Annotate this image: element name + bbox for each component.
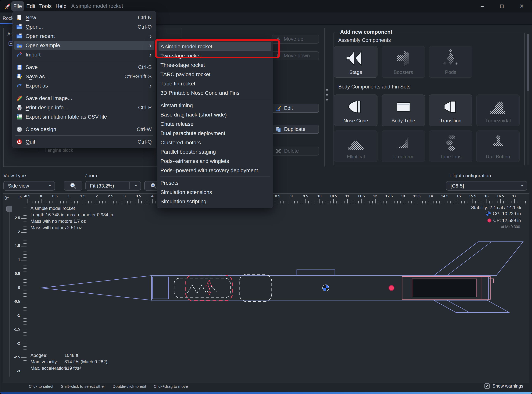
cg-icon [486, 211, 491, 216]
menu-item-close-design[interactable]: Close designCtrl-W [14, 125, 154, 134]
max-velocity-value: 314 ft/s (Mach 0.282) [64, 359, 107, 364]
hint-click: Click to select [29, 384, 53, 389]
submenu-item-tarc-payload[interactable]: TARC payload rocket [159, 70, 271, 79]
apogee-value: 1048 ft [64, 353, 78, 358]
csv-icon [16, 114, 23, 120]
nose-cone-icon [346, 97, 365, 116]
menu-separator [15, 135, 153, 136]
boosters-icon [394, 49, 413, 68]
submenu-item-dual-parachute[interactable]: Dual parachute deployment [159, 129, 271, 138]
show-warnings-label: Show warnings [492, 384, 523, 389]
print-icon [16, 104, 23, 111]
submenu-item-presets[interactable]: Presets [159, 178, 271, 187]
menu-item-open-example[interactable]: Open example› [14, 41, 154, 50]
menu-item-save-decal[interactable]: Save decal image... [14, 93, 154, 103]
launch-lug-outline [297, 270, 335, 276]
panel-scrollbar[interactable] [527, 34, 529, 165]
tube-fins-icon [441, 133, 460, 152]
submenu-item-pods-airframes[interactable]: Pods--airframes and winglets [159, 156, 271, 166]
file-menu-popup: NewCtrl-N Open...Ctrl-O Open recent› Ope… [12, 11, 156, 148]
tree-connector [11, 37, 11, 41]
submenu-item-tube-fin[interactable]: Tube fin rocket [159, 79, 271, 88]
nose-shoulder-outline [153, 277, 169, 299]
menu-item-print[interactable]: Print design info...Ctrl-P [14, 103, 154, 112]
view-type-select[interactable]: Side view▼ [3, 181, 55, 191]
flight-config-select[interactable]: [C6-5]▼ [446, 181, 527, 191]
menu-separator [15, 123, 153, 123]
tree-item-engine-block[interactable]: engine block [47, 148, 73, 153]
component-nose-cone-button[interactable]: Nose Cone [334, 94, 377, 126]
hint-drag: Click+drag to move [154, 384, 188, 389]
max-velocity-label: Max. velocity: [31, 359, 58, 364]
submenu-arrow-icon: › [149, 53, 152, 57]
component-stage-button[interactable]: Stage [334, 46, 377, 78]
design-title: A simple model rocket [31, 206, 75, 211]
menu-edit[interactable]: Edit [25, 1, 37, 11]
chevron-down-icon: ▼ [48, 184, 52, 188]
annotation-highlight-box [155, 39, 280, 58]
minimize-icon[interactable]: – [473, 0, 492, 12]
submenu-item-clustered-motors[interactable]: Clustered motors [159, 138, 271, 147]
panel-title: Add new component [338, 29, 394, 35]
stability-info: Stability: 2.4 cal / 14.1 % CG: 10.229 i… [445, 205, 521, 229]
wadding-outline [239, 274, 272, 301]
menu-file[interactable]: File [11, 1, 24, 11]
zoom-level-select[interactable]: Fit (33.2%)▼ [85, 181, 141, 191]
show-warnings-checkbox[interactable]: ✔ [485, 384, 490, 389]
show-warnings-control[interactable]: ✔ Show warnings [485, 384, 523, 389]
menu-item-open-recent[interactable]: Open recent› [14, 31, 154, 41]
submenu-item-three-stage[interactable]: Three-stage rocket [159, 60, 271, 70]
motor-outline [412, 279, 477, 297]
menu-item-export-csv[interactable]: Export simulation table as CSV file [14, 112, 154, 121]
status-hints: Click to select Shift+click to select ot… [29, 384, 188, 389]
pods-icon [441, 49, 460, 68]
menu-help[interactable]: Help [54, 1, 68, 11]
menu-item-save-as[interactable]: Save as...Ctrl+Shift-S [14, 72, 154, 81]
new-document-icon [16, 14, 23, 21]
menu-item-export-as[interactable]: Export as› [14, 81, 154, 90]
body-tube-icon [394, 97, 413, 116]
zoom-out-button[interactable] [64, 181, 82, 191]
component-body-tube-button[interactable]: Body Tube [382, 94, 425, 126]
component-pods-button: Pods [429, 46, 472, 78]
design-mass-motors: Mass with motors 2.51 oz [31, 225, 82, 230]
rocket-logo-icon [3, 2, 12, 10]
menu-item-new[interactable]: NewCtrl-N [14, 13, 154, 22]
submenu-item-pods-powered[interactable]: Pods--powered with recovery deployment [159, 166, 271, 175]
submenu-item-parallel-booster[interactable]: Parallel booster staging [159, 147, 271, 156]
menu-separator [15, 92, 153, 92]
menu-tools[interactable]: Tools [38, 1, 53, 11]
zoom-in-icon [150, 182, 157, 189]
menu-item-quit[interactable]: QuitCtrl-Q [14, 137, 154, 146]
upper-fin-edge [447, 242, 491, 276]
cp-icon [487, 218, 491, 223]
design-mass-empty: Mass with no motors 1.7 oz [31, 219, 86, 224]
submenu-item-simulation-scripting[interactable]: Simulation scripting [159, 197, 271, 206]
window-title: A simple model rocket [71, 3, 123, 9]
upper-fin-outline [434, 242, 523, 276]
zoom-out-icon [70, 182, 77, 189]
transition-icon [441, 97, 460, 116]
section-assembly-components: Assembly Components [338, 37, 391, 43]
edit-button[interactable]: Edit [272, 104, 319, 113]
menu-item-save[interactable]: SaveCtrl-S [14, 62, 154, 72]
menu-item-import[interactable]: Import› [14, 50, 154, 59]
drag-handle-dots-icon[interactable] [326, 89, 328, 104]
close-icon[interactable]: ✕ [512, 0, 531, 12]
menu-item-open[interactable]: Open...Ctrl-O [14, 22, 154, 31]
submenu-arrow-icon: › [149, 84, 152, 88]
submenu-item-simulation-extensions[interactable]: Simulation extensions [159, 187, 271, 197]
submenu-item-base-drag-hack[interactable]: Base drag hack (short-wide) [159, 110, 271, 119]
submenu-item-chute-release[interactable]: Chute release [159, 119, 271, 129]
duplicate-button[interactable]: Duplicate [272, 125, 319, 134]
openrocket-window: File Edit Tools Help A simple model rock… [0, 0, 532, 394]
submenu-item-airstart-timing[interactable]: Airstart timing [159, 101, 271, 110]
lower-fin-edge [447, 300, 470, 312]
scrollbar-thumb[interactable] [527, 34, 529, 91]
submenu-item-3d-printable[interactable]: 3D Printable Nose Cone and Fins [159, 88, 271, 98]
duplicate-icon [275, 126, 281, 132]
component-transition-button[interactable]: Transition [429, 94, 472, 126]
save-icon [16, 64, 23, 70]
component-tube-fins-button: Tube Fins [429, 130, 472, 162]
maximize-icon[interactable]: □ [492, 0, 511, 12]
